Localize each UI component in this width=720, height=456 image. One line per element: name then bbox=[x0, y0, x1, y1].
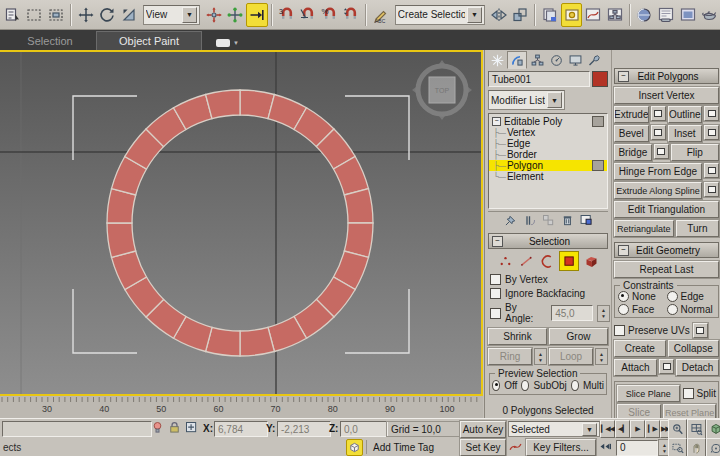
animation-set-dropdown[interactable]: Selected ▼ bbox=[508, 421, 600, 437]
nav-zoom-all-icon[interactable] bbox=[687, 419, 706, 439]
constraint-none-radio[interactable] bbox=[618, 291, 629, 302]
preview-subobj-radio[interactable] bbox=[521, 380, 529, 391]
snap-toggle-3d-icon[interactable]: 3 bbox=[276, 3, 298, 27]
constraint-face-radio[interactable] bbox=[618, 304, 629, 315]
subobject-border-icon[interactable] bbox=[538, 252, 556, 270]
current-frame-field[interactable]: 0 bbox=[616, 440, 658, 456]
shrink-button[interactable]: Shrink bbox=[488, 328, 547, 345]
collapse-icon[interactable]: − bbox=[618, 245, 629, 256]
angle-value-field[interactable]: 45,0 bbox=[551, 305, 593, 321]
preserve-uvs-settings-button[interactable] bbox=[693, 323, 708, 338]
add-time-tag[interactable]: Add Time Tag bbox=[366, 440, 461, 454]
turn-button[interactable]: Turn bbox=[676, 220, 719, 237]
y-coordinate-field[interactable]: -2,213 bbox=[277, 421, 331, 437]
mirror-icon[interactable] bbox=[488, 3, 510, 27]
reset-plane-button[interactable]: Reset Plane bbox=[663, 404, 716, 418]
render-production-icon[interactable] bbox=[698, 3, 720, 27]
hinge-from-edge-button[interactable]: Hinge From Edge bbox=[614, 163, 702, 180]
ribbon-tab-object-paint[interactable]: Object Paint bbox=[96, 31, 202, 50]
stack-item-editable-poly[interactable]: − Editable Poly bbox=[489, 116, 607, 127]
extrude-settings-button[interactable] bbox=[651, 106, 666, 121]
ribbon-tab-selection[interactable]: Selection bbox=[10, 32, 90, 50]
reference-coordinate-system-dropdown[interactable]: View▼ bbox=[143, 5, 200, 25]
collapse-button[interactable]: Collapse bbox=[668, 340, 720, 357]
angle-snap-toggle-icon[interactable] bbox=[297, 3, 319, 27]
subobject-edge-icon[interactable] bbox=[517, 252, 535, 270]
by-angle-checkbox[interactable] bbox=[490, 308, 501, 319]
ring-button[interactable]: Ring bbox=[488, 348, 532, 365]
material-editor-icon[interactable] bbox=[634, 3, 656, 27]
stack-item-element[interactable]: └—Element bbox=[489, 171, 607, 182]
bevel-button[interactable]: Bevel bbox=[614, 125, 649, 142]
show-end-result-icon[interactable] bbox=[522, 213, 537, 228]
next-frame-button[interactable]: ▎▶ bbox=[645, 420, 660, 438]
spinner-snap-toggle-icon[interactable] bbox=[341, 3, 363, 27]
subobject-polygon-icon[interactable] bbox=[559, 251, 579, 271]
align-icon[interactable] bbox=[509, 3, 531, 27]
select-and-move-icon[interactable] bbox=[75, 3, 97, 27]
graphite-ribbon-toggle-icon[interactable] bbox=[561, 3, 583, 27]
preview-multi-radio[interactable] bbox=[571, 380, 579, 391]
extrude-along-spline-settings-button[interactable] bbox=[704, 182, 719, 197]
adaptive-degradation-icon[interactable] bbox=[150, 420, 165, 435]
slice-button[interactable]: Slice bbox=[617, 404, 661, 418]
absolute-mode-icon[interactable] bbox=[184, 420, 199, 435]
select-by-name-icon[interactable] bbox=[2, 3, 24, 27]
retriangulate-button[interactable]: Retriangulate bbox=[614, 220, 674, 237]
mini-listener-field[interactable] bbox=[2, 421, 152, 437]
collapse-icon[interactable]: − bbox=[492, 236, 503, 247]
command-panel-tab-utilities[interactable] bbox=[585, 52, 603, 68]
subobject-element-icon[interactable] bbox=[582, 252, 600, 270]
ribbon-display-toggle[interactable]: ▼ bbox=[216, 39, 239, 47]
subobject-vertex-icon[interactable] bbox=[496, 252, 514, 270]
selection-rollout-header[interactable]: − Selection bbox=[488, 233, 608, 249]
split-checkbox[interactable] bbox=[683, 388, 694, 399]
command-panel-tab-display[interactable] bbox=[566, 52, 584, 68]
go-to-start-button[interactable]: ▎◀◀ bbox=[600, 420, 615, 438]
repeat-last-button[interactable]: Repeat Last bbox=[614, 261, 719, 278]
collapse-box-icon[interactable]: − bbox=[492, 117, 501, 126]
extrude-button[interactable]: Extrude bbox=[614, 106, 649, 123]
nav-pan-icon[interactable] bbox=[687, 438, 706, 456]
command-panel-tab-modify[interactable] bbox=[507, 51, 527, 69]
flip-button[interactable]: Flip bbox=[671, 144, 719, 161]
select-and-rotate-icon[interactable] bbox=[96, 3, 118, 27]
outline-settings-button[interactable] bbox=[704, 106, 719, 121]
inset-button[interactable]: Inset bbox=[668, 125, 703, 142]
by-angle-row[interactable]: By Angle: 45,0 ▲▼ bbox=[490, 302, 610, 324]
make-unique-icon[interactable] bbox=[541, 213, 556, 228]
edit-polygons-rollout-header[interactable]: − Edit Polygons bbox=[614, 68, 719, 84]
edit-named-selection-sets-icon[interactable]: ABC bbox=[370, 3, 392, 27]
object-name-field[interactable]: Tube001 bbox=[488, 71, 590, 87]
nav-zoom-region-icon[interactable] bbox=[668, 438, 687, 456]
play-button[interactable]: ▶ bbox=[630, 420, 645, 438]
command-panel-tab-create[interactable] bbox=[488, 52, 506, 68]
insert-vertex-button[interactable]: Insert Vertex bbox=[614, 87, 719, 104]
configure-modifier-sets-icon[interactable] bbox=[579, 213, 594, 228]
render-setup-icon[interactable] bbox=[655, 3, 677, 27]
preview-off-radio[interactable] bbox=[492, 380, 500, 391]
nav-zoom-icon[interactable] bbox=[668, 419, 687, 439]
select-and-manipulate-icon[interactable] bbox=[224, 3, 246, 27]
collapse-icon[interactable]: − bbox=[618, 71, 629, 82]
viewport-top[interactable]: TOP bbox=[0, 50, 483, 396]
constraint-edge-radio[interactable] bbox=[667, 291, 678, 302]
constraint-normal-radio[interactable] bbox=[667, 304, 678, 315]
curve-editor-icon[interactable] bbox=[582, 3, 604, 27]
z-coordinate-field[interactable]: 0,0 bbox=[340, 421, 388, 437]
key-filters-button[interactable]: Key Filters... bbox=[526, 439, 596, 456]
percent-snap-toggle-icon[interactable]: % bbox=[319, 3, 341, 27]
timeline-ruler[interactable]: 30405060708090100 bbox=[0, 396, 483, 419]
window-crossing-toggle-icon[interactable] bbox=[45, 3, 67, 27]
ignore-backfacing-checkbox[interactable] bbox=[490, 288, 501, 299]
command-panel-tab-motion[interactable] bbox=[547, 52, 565, 68]
loop-spinner[interactable]: ▲▼ bbox=[595, 348, 608, 365]
slice-plane-button[interactable]: Slice Plane bbox=[617, 385, 680, 402]
bridge-button[interactable]: Bridge bbox=[614, 144, 652, 161]
inset-settings-button[interactable] bbox=[704, 125, 719, 140]
ring-spinner[interactable]: ▲▼ bbox=[534, 348, 547, 365]
keyboard-shortcut-override-toggle-icon[interactable] bbox=[246, 3, 268, 27]
preserve-uvs-checkbox[interactable] bbox=[614, 325, 625, 336]
by-vertex-checkbox[interactable] bbox=[490, 274, 501, 285]
nav-orbit-icon[interactable] bbox=[706, 438, 720, 456]
